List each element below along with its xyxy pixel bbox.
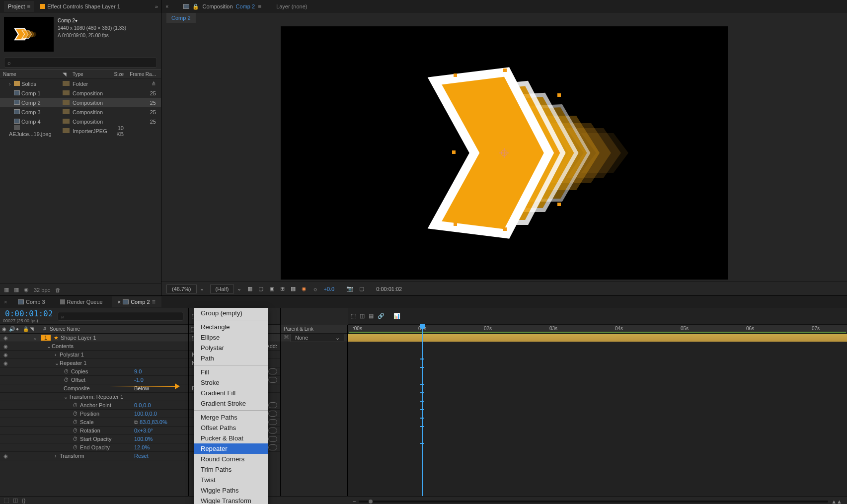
menu-item-path[interactable]: Path — [194, 353, 268, 363]
toggle-switches-icon[interactable]: ⬚ — [4, 497, 9, 504]
property-row[interactable]: ⏱Copies9.0 — [0, 367, 188, 376]
selection-handle[interactable] — [454, 73, 457, 77]
exposure-value[interactable]: +0.0 — [324, 286, 335, 292]
timeline-track-area[interactable]: ⬚ ◫ ▦ 🔗 📊 :00s01s02s03s04s05s06s07s — [348, 308, 847, 496]
new-comp-icon[interactable]: ◉ — [24, 287, 29, 293]
layer-twirl[interactable]: ⌄ — [30, 335, 40, 341]
property-row[interactable]: ⏱Offset-1.0 — [0, 376, 188, 384]
composition-viewer[interactable] — [281, 26, 728, 280]
property-row[interactable]: ⏱Rotation0x+3.0° — [0, 427, 188, 435]
parent-dropdown[interactable]: None⌄ — [291, 334, 344, 342]
menu-item-stroke[interactable]: Stroke — [194, 377, 268, 388]
col-name-header[interactable]: Name — [0, 70, 60, 78]
project-search-input[interactable]: ⌕ — [4, 58, 157, 68]
expression-pickwhip[interactable] — [268, 428, 277, 433]
timeline-tab[interactable]: Render Queue — [54, 296, 109, 307]
col-size-header[interactable]: Size — [107, 70, 127, 78]
expression-pickwhip[interactable] — [268, 368, 277, 374]
comp-button-icon[interactable]: ◫ — [360, 313, 365, 319]
bpc-toggle[interactable]: 32 bpc — [34, 287, 50, 293]
exposure-icon[interactable]: ☼ — [312, 286, 317, 292]
channel-icon[interactable]: ▦ — [291, 286, 296, 292]
expression-pickwhip[interactable] — [268, 444, 277, 450]
menu-item-ellipse[interactable]: Ellipse — [194, 332, 268, 343]
selection-handle[interactable] — [454, 222, 457, 226]
panel-menu-icon[interactable]: ≡ — [27, 3, 30, 10]
timeline-zoom-scrollbar[interactable]: −▲▲ — [353, 499, 842, 504]
selection-handle[interactable] — [503, 69, 507, 72]
new-folder-icon[interactable]: ▦ — [14, 287, 19, 293]
layer-name[interactable]: Shape Layer 1 — [61, 335, 96, 341]
tab-effect-controls[interactable]: Effect Controls Shape Layer 1 — [36, 1, 124, 11]
chevron-down-icon[interactable]: ⌄ — [237, 286, 241, 292]
property-row[interactable]: ◉›Polystar 1 — [0, 351, 188, 359]
graph-editor-toggle[interactable]: 📊 — [393, 313, 400, 319]
comp-marker-icon[interactable]: ⬚ — [351, 313, 356, 319]
layer-search-input[interactable]: ⌕ — [58, 312, 183, 321]
menu-item-trim-paths[interactable]: Trim Paths — [194, 464, 268, 475]
menu-item-merge-paths[interactable]: Merge Paths — [194, 412, 268, 423]
menu-item-twist[interactable]: Twist — [194, 475, 268, 485]
overflow-tabs-icon[interactable]: » — [155, 3, 157, 9]
col-tag-header[interactable]: ◥ — [60, 70, 70, 78]
col-framerate-header[interactable]: Frame Ra... — [127, 70, 161, 78]
property-row[interactable]: ⏱Scale⧉ 83.0,83.0% — [0, 418, 188, 427]
toggle-transparency-icon[interactable]: ▦ — [247, 286, 252, 292]
property-row[interactable]: ◉›TransformReset — [0, 452, 188, 460]
region-of-interest-icon[interactable]: ▣ — [269, 286, 274, 292]
expression-pickwhip[interactable] — [268, 402, 277, 408]
menu-item-gradient-fill[interactable]: Gradient Fill — [194, 388, 268, 398]
menu-item-polystar[interactable]: Polystar — [194, 343, 268, 353]
project-item[interactable]: Comp 1 Composition 25 — [0, 88, 161, 98]
contents-group[interactable]: Contents — [52, 343, 74, 349]
property-row[interactable]: ⏱Start Opacity100.0% — [0, 435, 188, 443]
menu-item-fill[interactable]: Fill — [194, 367, 268, 377]
toggle-modes-icon[interactable]: ◫ — [13, 497, 18, 504]
menu-item-rectangle[interactable]: Rectangle — [194, 322, 268, 332]
resolution-dropdown[interactable]: (Half) — [210, 285, 234, 293]
property-row[interactable]: ⌄Transform: Repeater 1 — [0, 393, 188, 401]
expression-pickwhip[interactable] — [268, 419, 277, 425]
visibility-toggle[interactable]: ◉ — [2, 335, 9, 341]
color-mgmt-icon[interactable]: ◉ — [302, 286, 307, 292]
expression-pickwhip[interactable] — [268, 411, 277, 417]
zoom-dropdown[interactable]: (46.7%) — [166, 285, 197, 293]
selection-handle[interactable] — [555, 150, 559, 154]
layer-viewer-label[interactable]: Layer (none) — [276, 3, 307, 9]
project-item[interactable]: Comp 3 Composition 25 — [0, 107, 161, 117]
grid-icon[interactable]: ⊞ — [280, 286, 285, 292]
selection-handle[interactable] — [557, 203, 561, 206]
parent-col-header[interactable]: Parent & Link — [281, 325, 347, 334]
col-type-header[interactable]: Type — [70, 70, 107, 78]
flowchart-tab[interactable]: Comp 2 — [166, 13, 196, 23]
draft-3d-icon[interactable]: ▦ — [369, 313, 374, 319]
timeline-tab[interactable]: × Comp 2 ≡ — [112, 296, 161, 307]
menu-item-pucker-bloat[interactable]: Pucker & Bloat — [194, 433, 268, 443]
selection-handle[interactable] — [452, 150, 456, 154]
interpret-footage-icon[interactable]: ▦ — [4, 287, 9, 293]
brackets-icon[interactable]: {} — [22, 498, 25, 504]
tab-project[interactable]: Project≡ — [4, 1, 34, 12]
menu-item-group-empty-[interactable]: Group (empty) — [194, 308, 268, 318]
chevron-down-icon[interactable]: ⌄ — [200, 286, 204, 292]
property-row[interactable]: ⏱End Opacity12.0% — [0, 443, 188, 452]
menu-item-repeater[interactable]: Repeater — [194, 443, 268, 454]
timeline-tab[interactable]: Comp 3 — [12, 296, 51, 307]
show-snapshot-icon[interactable]: ▢ — [359, 286, 364, 292]
menu-item-offset-paths[interactable]: Offset Paths — [194, 423, 268, 433]
pickwhip-icon[interactable]: ⌘ — [284, 334, 291, 341]
project-item[interactable]: › Solids Folder ⋔ — [0, 79, 161, 88]
selection-handle[interactable] — [503, 227, 507, 231]
selection-handle[interactable] — [557, 93, 561, 97]
snap-icon[interactable]: 🔗 — [378, 313, 385, 319]
composition-thumbnail[interactable] — [4, 17, 54, 52]
expression-pickwhip[interactable] — [268, 377, 277, 383]
menu-item-round-corners[interactable]: Round Corners — [194, 454, 268, 464]
preview-time[interactable]: 0:00:01:02 — [376, 286, 402, 292]
menu-item-wiggle-paths[interactable]: Wiggle Paths — [194, 485, 268, 496]
property-row[interactable]: ⏱Position100.0,0.0 — [0, 410, 188, 418]
toggle-mask-icon[interactable]: ▢ — [258, 286, 263, 292]
project-item[interactable]: Comp 2 Composition 25 — [0, 98, 161, 107]
menu-item-wiggle-transform[interactable]: Wiggle Transform — [194, 496, 268, 504]
trash-icon[interactable]: 🗑 — [55, 287, 61, 293]
